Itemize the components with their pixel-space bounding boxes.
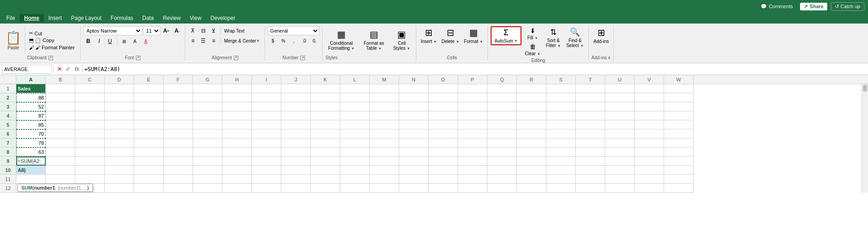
cell-S1[interactable] [546, 84, 576, 93]
menu-file[interactable]: File [2, 14, 19, 22]
delete-button[interactable]: ⊟ Delete ▼ [440, 26, 462, 45]
cell-D4[interactable] [105, 111, 134, 120]
fill-color-button[interactable]: A [130, 37, 140, 46]
cancel-button[interactable]: ✕ [56, 66, 63, 72]
cell-P3[interactable] [458, 102, 487, 111]
merge-center-button[interactable]: Merge & Center ▼ [222, 36, 262, 45]
cell-R6[interactable] [517, 129, 546, 138]
cell-B3[interactable] [46, 102, 75, 111]
cell-N9[interactable] [399, 157, 429, 166]
cell-C10[interactable] [75, 166, 105, 175]
row-header-10[interactable]: 10 [0, 166, 16, 175]
cell-J9[interactable] [281, 157, 311, 166]
decrease-decimal-button[interactable]: .0 [299, 36, 309, 45]
cell-D3[interactable] [105, 102, 134, 111]
cell-A6[interactable]: 70 [16, 129, 46, 138]
clipboard-expander[interactable]: ↗ [48, 56, 53, 60]
cell-P7[interactable] [458, 138, 487, 147]
find-select-button[interactable]: 🔍 Find &Select ▼ [564, 26, 586, 49]
cell-O7[interactable] [429, 138, 458, 147]
cell-G6[interactable] [193, 129, 222, 138]
cell-M4[interactable] [370, 111, 399, 120]
cell-Q10[interactable] [487, 166, 517, 175]
cell-I4[interactable] [252, 111, 281, 120]
cell-L1[interactable] [340, 84, 370, 93]
vertical-scrollbar[interactable] [862, 84, 868, 193]
cell-N8[interactable] [399, 147, 429, 157]
cell-N11[interactable] [399, 175, 429, 184]
cell-I1[interactable] [252, 84, 281, 93]
cut-button[interactable]: ✂ Cut [27, 30, 77, 37]
cell-D6[interactable] [105, 129, 134, 138]
cell-Q6[interactable] [487, 129, 517, 138]
number-expander[interactable]: ↗ [300, 56, 305, 60]
cell-S8[interactable] [546, 147, 576, 157]
addins-expand[interactable]: ∧ [608, 55, 611, 60]
format-as-table-button[interactable]: ▤ Format asTable ▼ [361, 28, 387, 52]
cell-W4[interactable] [664, 111, 694, 120]
conditional-formatting-button[interactable]: ▦ ConditionalFormatting ▼ [325, 28, 357, 52]
cell-E9[interactable] [134, 157, 164, 166]
cell-F8[interactable] [164, 147, 193, 157]
font-name-select[interactable]: Aptos Narrow [83, 26, 142, 35]
cell-U8[interactable] [605, 147, 635, 157]
col-header-M[interactable]: M [370, 75, 399, 84]
cell-W8[interactable] [664, 147, 694, 157]
cell-A8[interactable]: 63 [16, 147, 46, 157]
cell-K11[interactable] [311, 175, 340, 184]
cell-L5[interactable] [340, 120, 370, 129]
cell-P5[interactable] [458, 120, 487, 129]
cell-D5[interactable] [105, 120, 134, 129]
cell-D8[interactable] [105, 147, 134, 157]
underline-button[interactable]: U [105, 37, 115, 46]
cell-S11[interactable] [546, 175, 576, 184]
fill-button[interactable]: ⬇ Fill ▼ [523, 26, 543, 41]
col-header-D[interactable]: D [105, 75, 134, 84]
cell-G2[interactable] [193, 93, 222, 102]
cell-L6[interactable] [340, 129, 370, 138]
cell-Q11[interactable] [487, 175, 517, 184]
cell-N12[interactable] [399, 184, 429, 193]
cell-H3[interactable] [222, 102, 252, 111]
cell-F9[interactable] [164, 157, 193, 166]
cell-V5[interactable] [635, 120, 664, 129]
cell-K7[interactable] [311, 138, 340, 147]
cell-M3[interactable] [370, 102, 399, 111]
cell-I6[interactable] [252, 129, 281, 138]
cell-B9[interactable] [46, 157, 75, 166]
cell-E11[interactable] [134, 175, 164, 184]
menu-developer[interactable]: Developer [206, 14, 240, 22]
cell-H5[interactable] [222, 120, 252, 129]
cell-W11[interactable] [664, 175, 694, 184]
scrollbar-thumb[interactable] [863, 85, 867, 91]
cell-F1[interactable] [164, 84, 193, 93]
cell-K4[interactable] [311, 111, 340, 120]
cell-H6[interactable] [222, 129, 252, 138]
cell-J10[interactable] [281, 166, 311, 175]
cell-D12[interactable] [105, 184, 134, 193]
cell-P4[interactable] [458, 111, 487, 120]
col-header-A[interactable]: A [16, 75, 46, 84]
cell-I8[interactable] [252, 147, 281, 157]
cell-V11[interactable] [635, 175, 664, 184]
cell-J2[interactable] [281, 93, 311, 102]
col-header-G[interactable]: G [193, 75, 222, 84]
cell-B6[interactable] [46, 129, 75, 138]
cell-S4[interactable] [546, 111, 576, 120]
cell-I3[interactable] [252, 102, 281, 111]
cell-N1[interactable] [399, 84, 429, 93]
cell-U12[interactable] [605, 184, 635, 193]
cell-L7[interactable] [340, 138, 370, 147]
cell-F5[interactable] [164, 120, 193, 129]
cell-W5[interactable] [664, 120, 694, 129]
col-header-W[interactable]: W [664, 75, 694, 84]
cell-R4[interactable] [517, 111, 546, 120]
cell-P6[interactable] [458, 129, 487, 138]
col-header-N[interactable]: N [399, 75, 429, 84]
cell-W9[interactable] [664, 157, 694, 166]
col-header-E[interactable]: E [134, 75, 164, 84]
cell-F7[interactable] [164, 138, 193, 147]
cell-U6[interactable] [605, 129, 635, 138]
menu-view[interactable]: View [185, 14, 206, 22]
cell-R1[interactable] [517, 84, 546, 93]
